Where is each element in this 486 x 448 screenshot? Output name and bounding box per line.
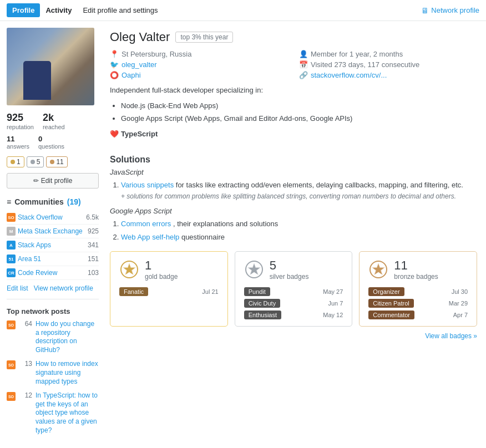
view-all-badges: View all badges » bbox=[110, 332, 477, 340]
community-name[interactable]: Meta Stack Exchange bbox=[18, 227, 83, 235]
gold-badge-icon bbox=[119, 259, 139, 279]
gold-dot bbox=[11, 160, 15, 164]
profile-header: Oleg Valter top 3% this year bbox=[110, 30, 477, 44]
community-icon-area51: 51 bbox=[7, 254, 16, 263]
silver-badge-card: 5 silver badges Pundit May 27 Civic Duty… bbox=[235, 251, 353, 327]
network-icon: 🖥 bbox=[421, 6, 429, 15]
bronze-count: 11 bbox=[56, 158, 63, 166]
community-name[interactable]: Stack Apps bbox=[18, 241, 51, 249]
view-network-link[interactable]: View network profile bbox=[34, 284, 93, 292]
tab-activity[interactable]: Activity bbox=[40, 3, 77, 17]
gold-badge-pill[interactable]: 1 bbox=[7, 156, 24, 167]
reached-stat: 2k reached bbox=[43, 112, 65, 130]
community-name[interactable]: Area 51 bbox=[18, 255, 41, 263]
answers-questions: 11 answers 0 questions bbox=[7, 135, 99, 150]
answers-label: answers bbox=[7, 143, 29, 150]
person-icon: 👤 bbox=[299, 50, 308, 58]
edit-links: Edit list View network profile bbox=[7, 284, 99, 292]
tab-profile[interactable]: Profile bbox=[7, 3, 40, 17]
twitter-icon: 🐦 bbox=[110, 60, 119, 69]
silver-badge-pill[interactable]: 5 bbox=[27, 156, 44, 167]
badge-date: Mar 29 bbox=[449, 300, 468, 307]
post-link[interactable]: How to remove index signature using mapp… bbox=[36, 360, 99, 386]
community-icon-cr: CR bbox=[7, 268, 16, 277]
answers-stat: 11 answers bbox=[7, 135, 29, 150]
location-icon: 📍 bbox=[110, 50, 119, 58]
top-post-item: SO 12 In TypeScript: how to get the keys… bbox=[7, 391, 99, 435]
bio-list: Node.js (Back-End Web Apps)Google Apps S… bbox=[121, 100, 477, 124]
community-name[interactable]: Code Review bbox=[18, 269, 57, 277]
edit-profile-link[interactable]: Edit profile and settings bbox=[77, 3, 163, 17]
badge-date: May 12 bbox=[323, 312, 343, 318]
divider bbox=[7, 299, 99, 299]
gas-subtitle: Google Apps Script bbox=[110, 207, 477, 215]
stack-icon: ≡ bbox=[7, 197, 11, 206]
edit-list-link[interactable]: Edit list bbox=[7, 284, 28, 292]
reputation-label: reputation bbox=[7, 124, 34, 130]
view-all-badges-link[interactable]: View all badges » bbox=[425, 332, 477, 340]
community-score: 151 bbox=[88, 255, 99, 263]
visited-meta: 📅 Visited 273 days, 117 consecutive bbox=[299, 60, 477, 69]
post-site-icon: SO bbox=[7, 320, 16, 329]
github-link[interactable]: Oaphi bbox=[122, 71, 141, 79]
bio-section: Independent full-stack developer special… bbox=[110, 85, 477, 146]
silver-card-header: 5 silver badges bbox=[244, 258, 343, 281]
community-icon-sa: A bbox=[7, 241, 16, 250]
questions-label: questions bbox=[38, 143, 64, 150]
badges-row: 1 5 11 bbox=[7, 156, 99, 167]
right-col: Oleg Valter top 3% this year 📍 St Peters… bbox=[105, 21, 486, 447]
badge-cards: 1 gold badge Fanatic Jul 21 bbox=[110, 251, 477, 327]
post-link[interactable]: How do you change a repository descripti… bbox=[36, 320, 99, 354]
common-errors-link[interactable]: Common errors bbox=[121, 220, 171, 228]
bronze-badge-icon bbox=[368, 259, 388, 279]
reputation-value: 925 bbox=[7, 112, 34, 124]
bronze-badge-card: 11 bronze badges Organizer Jul 30 Citize… bbox=[359, 251, 477, 327]
edit-profile-button[interactable]: ✏ Edit profile bbox=[7, 173, 99, 189]
post-score: 13 bbox=[19, 360, 32, 368]
bio-list-item: Node.js (Back-End Web Apps) bbox=[121, 100, 477, 111]
ts-badge: ❤️ TypeScript bbox=[110, 129, 158, 140]
solutions-section: Solutions JavaScript Various snippets fo… bbox=[110, 155, 477, 242]
solutions-title: Solutions bbox=[110, 155, 477, 165]
badge-entry: Citizen Patrol Mar 29 bbox=[368, 299, 468, 308]
bronze-count-large: 11 bbox=[394, 258, 438, 273]
silver-dot bbox=[31, 160, 35, 164]
network-profile-link[interactable]: 🖥 Network profile bbox=[421, 6, 479, 15]
js-solution-item: Various snippets for tasks like extracti… bbox=[121, 180, 477, 201]
community-name[interactable]: Stack Overflow bbox=[18, 213, 63, 221]
top-network-posts-title: Top network posts bbox=[7, 307, 99, 315]
gold-card-header: 1 gold badge bbox=[119, 258, 219, 281]
gold-count: 1 bbox=[17, 158, 21, 166]
community-item: A Stack Apps 341 bbox=[7, 238, 99, 252]
silver-count-large: 5 bbox=[270, 258, 309, 273]
bronze-card-header: 11 bronze badges bbox=[368, 258, 468, 281]
badge-entry: Civic Duty Jun 7 bbox=[244, 299, 343, 308]
answers-value: 11 bbox=[7, 135, 29, 143]
badge-date: Apr 7 bbox=[453, 312, 468, 318]
twitter-link[interactable]: oleg_valter bbox=[122, 60, 157, 69]
badge-tag: Organizer bbox=[368, 287, 404, 296]
badge-date: Jul 21 bbox=[202, 288, 218, 295]
pencil-icon: ✏ bbox=[33, 177, 39, 185]
community-list: SO Stack Overflow 6.5k M Meta Stack Exch… bbox=[7, 211, 99, 280]
community-icon-so: SO bbox=[7, 213, 16, 222]
edit-profile-label: Edit profile bbox=[41, 177, 73, 185]
website-link[interactable]: stackoverflow.com/cv/... bbox=[311, 71, 387, 79]
top-nav: Profile Activity Edit profile and settin… bbox=[0, 0, 486, 21]
silver-count: 5 bbox=[37, 158, 40, 166]
questions-value: 0 bbox=[38, 135, 64, 143]
post-link[interactable]: In TypeScript: how to get the keys of an… bbox=[36, 391, 99, 435]
silver-badge-entries: Pundit May 27 Civic Duty Jun 7 Enthusias… bbox=[244, 287, 343, 319]
communities-title: ≡ Communities (19) bbox=[7, 197, 99, 206]
silver-label: silver badges bbox=[270, 273, 309, 281]
snippets-link[interactable]: Various snippets bbox=[121, 181, 174, 189]
main-layout: 925 reputation 2k reached 11 answers 0 q… bbox=[0, 21, 486, 447]
profile-name: Oleg Valter bbox=[110, 30, 170, 44]
self-help-link[interactable]: Web App self-help bbox=[121, 233, 179, 241]
community-item: SO Stack Overflow 6.5k bbox=[7, 211, 99, 225]
badge-entry: Enthusiast May 12 bbox=[244, 310, 343, 319]
post-site-icon: SO bbox=[7, 360, 16, 369]
top-pct-badge: top 3% this year bbox=[175, 32, 233, 43]
bronze-badge-pill[interactable]: 11 bbox=[46, 156, 67, 167]
community-icon-meta: M bbox=[7, 227, 16, 236]
